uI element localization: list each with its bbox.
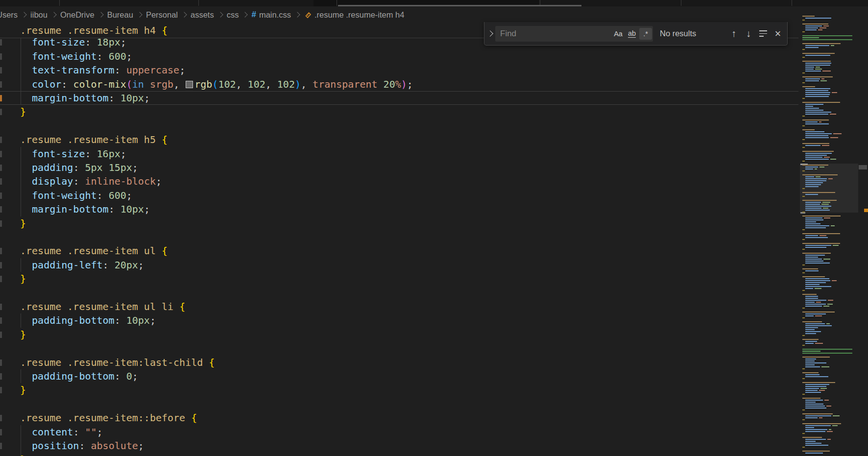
minimap-line [821, 78, 825, 79]
code-line[interactable]: margin-bottom: 10px; [20, 91, 150, 105]
code-token: .resume .resume-item:last-child [20, 357, 203, 368]
code-token: margin-bottom [20, 92, 109, 104]
minimap-line [802, 200, 837, 201]
code-line[interactable]: text-transform: uppercase; [20, 63, 185, 77]
code-token: position [20, 440, 79, 452]
code-token: srgb [150, 78, 173, 90]
breadcrumb-item-personal[interactable]: Personal [146, 10, 178, 20]
minimap-line [820, 27, 826, 28]
code-line[interactable]: padding-bottom: 0; [20, 369, 138, 383]
code-token: } [20, 106, 26, 118]
next-match-button[interactable]: ↓ [741, 26, 756, 41]
code-token: .resume .resume-item h5 [20, 134, 156, 145]
minimap-line [805, 225, 829, 226]
breadcrumb-item-assets[interactable]: assets [191, 10, 214, 20]
code-token: 102 [218, 78, 236, 90]
minimap-line [805, 180, 826, 181]
code-token: ( [126, 78, 132, 90]
code-token: in [132, 78, 144, 90]
breadcrumb-item-bureau[interactable]: Bureau [107, 10, 133, 20]
minimap-line [805, 133, 832, 134]
chevron-right-icon [242, 12, 248, 17]
close-find-button[interactable]: × [771, 26, 785, 41]
color-swatch[interactable] [186, 81, 193, 88]
code-line[interactable]: } [20, 105, 26, 119]
minimap-line [815, 343, 823, 344]
whole-word-button[interactable]: ab [626, 28, 638, 40]
previous-match-button[interactable]: ↑ [726, 26, 741, 41]
minimap-line [831, 225, 835, 226]
breadcrumb-item-css[interactable]: css [227, 10, 239, 20]
code-line[interactable]: } [20, 272, 26, 286]
minimap-line [805, 362, 826, 363]
minimap-line [805, 302, 815, 303]
tabbar-scrollbar-thumb[interactable] [338, 5, 581, 6]
breadcrumb-item-users[interactable]: Users [0, 10, 18, 20]
minimap-line [828, 178, 833, 179]
minimap-line [822, 71, 830, 72]
code-line[interactable]: .resume .resume-item::before { [20, 411, 197, 425]
code-line[interactable]: padding: 5px 15px; [20, 161, 138, 174]
code-line[interactable]: color: color-mix(in srgb, rgb(102, 102, … [20, 77, 413, 91]
code-line[interactable]: font-weight: 600; [20, 49, 132, 63]
minimap-line [822, 202, 830, 203]
toggle-replace-button[interactable] [484, 24, 495, 44]
minimap-line [802, 31, 805, 32]
minimap-line [805, 406, 825, 407]
code-line[interactable]: display: inline-block; [20, 174, 162, 188]
minimap-line [802, 345, 805, 346]
code-token: : [103, 259, 115, 271]
minimap-line [805, 257, 818, 258]
code-line[interactable]: } [20, 216, 26, 230]
find-input[interactable] [495, 29, 612, 39]
minimap-line [802, 335, 805, 336]
breadcrumb-item-iibou[interactable]: iibou [30, 10, 48, 20]
regex-button[interactable]: .* [639, 28, 652, 40]
code-line[interactable]: } [20, 453, 26, 456]
code-line[interactable]: .resume .resume-item ul { [20, 244, 168, 258]
code-line[interactable]: margin-bottom: 10px; [20, 202, 150, 216]
minimap-line [802, 72, 805, 73]
breadcrumb-item-file[interactable]: main.css [259, 10, 291, 20]
code-line[interactable]: content: ""; [20, 425, 103, 439]
tab-separator [681, 0, 681, 6]
breadcrumb-item-onedrive[interactable]: OneDrive [60, 10, 95, 20]
minimap-slider[interactable] [800, 164, 858, 213]
code-line[interactable]: font-size: 16px; [20, 147, 126, 161]
minimap-line [805, 282, 826, 283]
minimap-line [805, 384, 829, 385]
clipped-line-number [0, 67, 2, 73]
code-line[interactable]: font-weight: 600; [20, 189, 132, 202]
minimap-line [805, 55, 830, 56]
vertical-scrollbar[interactable] [857, 6, 868, 456]
code-token: "" [85, 426, 96, 438]
code-line[interactable]: position: absolute; [20, 439, 144, 453]
minimap-line [824, 400, 829, 401]
code-line[interactable]: .resume .resume-item ul li { [20, 300, 185, 313]
code-line[interactable]: .resume .resume-item h5 { [20, 133, 168, 146]
minimap-line [805, 204, 820, 205]
minimap[interactable] [798, 13, 858, 456]
code-token: padding-left [20, 259, 103, 271]
find-in-selection-button[interactable] [756, 26, 771, 41]
minimap-line [805, 71, 821, 72]
code-token: ; [156, 175, 162, 187]
clipped-line-number [0, 248, 2, 254]
code-line[interactable]: } [20, 328, 26, 341]
minimap-line [805, 333, 816, 334]
sticky-code-line[interactable]: .resume .resume-item h4 { [20, 24, 168, 37]
minimap-line [805, 90, 828, 91]
minimap-line [820, 235, 826, 236]
minimap-line [824, 157, 830, 158]
code-line[interactable]: padding-left: 20px; [20, 258, 144, 272]
scrollbar-thumb[interactable] [859, 165, 867, 169]
code-line[interactable]: .resume .resume-item:last-child { [20, 356, 215, 369]
clipped-line-number [0, 304, 2, 310]
code-token: } [20, 454, 26, 456]
code-line[interactable]: padding-bottom: 10px; [20, 313, 156, 327]
code-line[interactable]: } [20, 383, 26, 397]
minimap-line [802, 243, 840, 244]
minimap-line [827, 431, 832, 432]
breadcrumb-item-symbol[interactable]: .resume .resume-item h4 [314, 10, 404, 20]
match-case-button[interactable]: Aa [612, 28, 625, 40]
